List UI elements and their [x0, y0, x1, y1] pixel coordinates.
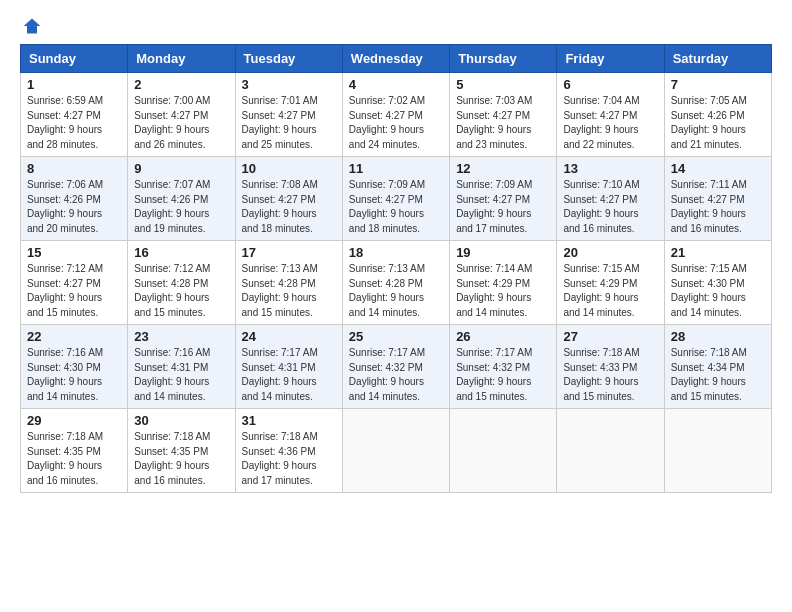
day-info: Sunrise: 7:09 AMSunset: 4:27 PMDaylight:… [349, 179, 425, 234]
day-number: 6 [563, 77, 657, 92]
day-info: Sunrise: 7:18 AMSunset: 4:35 PMDaylight:… [134, 431, 210, 486]
day-info: Sunrise: 7:17 AMSunset: 4:32 PMDaylight:… [456, 347, 532, 402]
calendar-cell: 22 Sunrise: 7:16 AMSunset: 4:30 PMDaylig… [21, 325, 128, 409]
calendar-cell: 9 Sunrise: 7:07 AMSunset: 4:26 PMDayligh… [128, 157, 235, 241]
calendar-cell [450, 409, 557, 493]
day-number: 31 [242, 413, 336, 428]
day-info: Sunrise: 7:03 AMSunset: 4:27 PMDaylight:… [456, 95, 532, 150]
day-info: Sunrise: 7:18 AMSunset: 4:33 PMDaylight:… [563, 347, 639, 402]
day-info: Sunrise: 7:02 AMSunset: 4:27 PMDaylight:… [349, 95, 425, 150]
calendar-week-row: 29 Sunrise: 7:18 AMSunset: 4:35 PMDaylig… [21, 409, 772, 493]
calendar-cell: 7 Sunrise: 7:05 AMSunset: 4:26 PMDayligh… [664, 73, 771, 157]
calendar-cell: 25 Sunrise: 7:17 AMSunset: 4:32 PMDaylig… [342, 325, 449, 409]
day-info: Sunrise: 7:10 AMSunset: 4:27 PMDaylight:… [563, 179, 639, 234]
calendar-cell: 14 Sunrise: 7:11 AMSunset: 4:27 PMDaylig… [664, 157, 771, 241]
calendar-cell: 4 Sunrise: 7:02 AMSunset: 4:27 PMDayligh… [342, 73, 449, 157]
calendar-week-row: 1 Sunrise: 6:59 AMSunset: 4:27 PMDayligh… [21, 73, 772, 157]
calendar-cell: 8 Sunrise: 7:06 AMSunset: 4:26 PMDayligh… [21, 157, 128, 241]
day-number: 11 [349, 161, 443, 176]
day-info: Sunrise: 7:17 AMSunset: 4:31 PMDaylight:… [242, 347, 318, 402]
day-number: 9 [134, 161, 228, 176]
day-number: 25 [349, 329, 443, 344]
day-number: 4 [349, 77, 443, 92]
calendar-cell: 18 Sunrise: 7:13 AMSunset: 4:28 PMDaylig… [342, 241, 449, 325]
day-number: 10 [242, 161, 336, 176]
day-number: 3 [242, 77, 336, 92]
calendar-cell: 3 Sunrise: 7:01 AMSunset: 4:27 PMDayligh… [235, 73, 342, 157]
calendar-cell: 6 Sunrise: 7:04 AMSunset: 4:27 PMDayligh… [557, 73, 664, 157]
calendar-cell: 31 Sunrise: 7:18 AMSunset: 4:36 PMDaylig… [235, 409, 342, 493]
day-info: Sunrise: 7:01 AMSunset: 4:27 PMDaylight:… [242, 95, 318, 150]
calendar-week-row: 22 Sunrise: 7:16 AMSunset: 4:30 PMDaylig… [21, 325, 772, 409]
calendar-header-tuesday: Tuesday [235, 45, 342, 73]
day-number: 23 [134, 329, 228, 344]
page-header [20, 16, 772, 36]
calendar-week-row: 15 Sunrise: 7:12 AMSunset: 4:27 PMDaylig… [21, 241, 772, 325]
calendar-cell: 27 Sunrise: 7:18 AMSunset: 4:33 PMDaylig… [557, 325, 664, 409]
day-info: Sunrise: 7:09 AMSunset: 4:27 PMDaylight:… [456, 179, 532, 234]
calendar-header-friday: Friday [557, 45, 664, 73]
day-info: Sunrise: 7:18 AMSunset: 4:36 PMDaylight:… [242, 431, 318, 486]
calendar-cell [664, 409, 771, 493]
day-info: Sunrise: 7:16 AMSunset: 4:31 PMDaylight:… [134, 347, 210, 402]
day-number: 5 [456, 77, 550, 92]
day-number: 1 [27, 77, 121, 92]
calendar-cell: 28 Sunrise: 7:18 AMSunset: 4:34 PMDaylig… [664, 325, 771, 409]
day-info: Sunrise: 7:05 AMSunset: 4:26 PMDaylight:… [671, 95, 747, 150]
calendar-week-row: 8 Sunrise: 7:06 AMSunset: 4:26 PMDayligh… [21, 157, 772, 241]
calendar-header-row: SundayMondayTuesdayWednesdayThursdayFrid… [21, 45, 772, 73]
day-number: 30 [134, 413, 228, 428]
day-info: Sunrise: 7:18 AMSunset: 4:35 PMDaylight:… [27, 431, 103, 486]
calendar-cell: 23 Sunrise: 7:16 AMSunset: 4:31 PMDaylig… [128, 325, 235, 409]
calendar-header-monday: Monday [128, 45, 235, 73]
day-info: Sunrise: 7:13 AMSunset: 4:28 PMDaylight:… [242, 263, 318, 318]
day-number: 20 [563, 245, 657, 260]
calendar-table: SundayMondayTuesdayWednesdayThursdayFrid… [20, 44, 772, 493]
day-number: 2 [134, 77, 228, 92]
day-number: 13 [563, 161, 657, 176]
calendar-cell: 29 Sunrise: 7:18 AMSunset: 4:35 PMDaylig… [21, 409, 128, 493]
day-info: Sunrise: 7:08 AMSunset: 4:27 PMDaylight:… [242, 179, 318, 234]
calendar-cell: 24 Sunrise: 7:17 AMSunset: 4:31 PMDaylig… [235, 325, 342, 409]
day-number: 14 [671, 161, 765, 176]
day-info: Sunrise: 6:59 AMSunset: 4:27 PMDaylight:… [27, 95, 103, 150]
day-number: 27 [563, 329, 657, 344]
day-number: 22 [27, 329, 121, 344]
calendar-cell: 15 Sunrise: 7:12 AMSunset: 4:27 PMDaylig… [21, 241, 128, 325]
day-number: 16 [134, 245, 228, 260]
day-info: Sunrise: 7:12 AMSunset: 4:27 PMDaylight:… [27, 263, 103, 318]
day-info: Sunrise: 7:15 AMSunset: 4:29 PMDaylight:… [563, 263, 639, 318]
day-info: Sunrise: 7:18 AMSunset: 4:34 PMDaylight:… [671, 347, 747, 402]
day-number: 15 [27, 245, 121, 260]
calendar-cell: 26 Sunrise: 7:17 AMSunset: 4:32 PMDaylig… [450, 325, 557, 409]
day-number: 29 [27, 413, 121, 428]
calendar-cell [557, 409, 664, 493]
calendar-header-thursday: Thursday [450, 45, 557, 73]
day-info: Sunrise: 7:06 AMSunset: 4:26 PMDaylight:… [27, 179, 103, 234]
calendar-cell: 20 Sunrise: 7:15 AMSunset: 4:29 PMDaylig… [557, 241, 664, 325]
day-number: 7 [671, 77, 765, 92]
calendar-cell: 11 Sunrise: 7:09 AMSunset: 4:27 PMDaylig… [342, 157, 449, 241]
calendar-cell: 21 Sunrise: 7:15 AMSunset: 4:30 PMDaylig… [664, 241, 771, 325]
day-number: 8 [27, 161, 121, 176]
calendar-cell: 2 Sunrise: 7:00 AMSunset: 4:27 PMDayligh… [128, 73, 235, 157]
calendar-cell: 12 Sunrise: 7:09 AMSunset: 4:27 PMDaylig… [450, 157, 557, 241]
day-info: Sunrise: 7:13 AMSunset: 4:28 PMDaylight:… [349, 263, 425, 318]
day-number: 26 [456, 329, 550, 344]
day-info: Sunrise: 7:12 AMSunset: 4:28 PMDaylight:… [134, 263, 210, 318]
day-info: Sunrise: 7:16 AMSunset: 4:30 PMDaylight:… [27, 347, 103, 402]
day-number: 21 [671, 245, 765, 260]
day-info: Sunrise: 7:14 AMSunset: 4:29 PMDaylight:… [456, 263, 532, 318]
day-info: Sunrise: 7:17 AMSunset: 4:32 PMDaylight:… [349, 347, 425, 402]
day-number: 19 [456, 245, 550, 260]
calendar-cell: 17 Sunrise: 7:13 AMSunset: 4:28 PMDaylig… [235, 241, 342, 325]
day-info: Sunrise: 7:07 AMSunset: 4:26 PMDaylight:… [134, 179, 210, 234]
calendar-cell: 5 Sunrise: 7:03 AMSunset: 4:27 PMDayligh… [450, 73, 557, 157]
day-info: Sunrise: 7:11 AMSunset: 4:27 PMDaylight:… [671, 179, 747, 234]
calendar-cell: 1 Sunrise: 6:59 AMSunset: 4:27 PMDayligh… [21, 73, 128, 157]
day-number: 28 [671, 329, 765, 344]
calendar-cell: 16 Sunrise: 7:12 AMSunset: 4:28 PMDaylig… [128, 241, 235, 325]
calendar-cell: 10 Sunrise: 7:08 AMSunset: 4:27 PMDaylig… [235, 157, 342, 241]
svg-marker-0 [24, 19, 41, 34]
calendar-header-saturday: Saturday [664, 45, 771, 73]
